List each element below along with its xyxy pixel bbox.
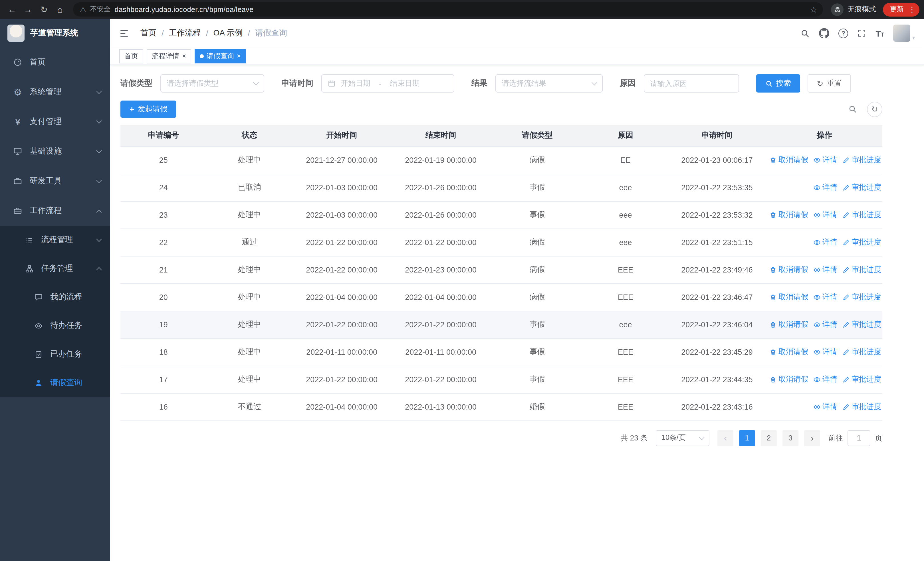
table-row: 25 处理中 2021-12-27 00:00:00 2022-01-19 00… bbox=[120, 146, 882, 174]
tab-process-detail[interactable]: 流程详情 × bbox=[147, 49, 191, 63]
detail-link[interactable]: 详情 bbox=[813, 319, 837, 329]
approval-progress-link[interactable]: 审批进度 bbox=[842, 155, 881, 165]
col-leave-type: 请假类型 bbox=[491, 125, 584, 146]
address-bar[interactable]: ⚠ 不安全 dashboard.yudao.iocoder.cn/bpm/oa/… bbox=[73, 2, 823, 17]
hamburger-icon[interactable] bbox=[119, 28, 129, 38]
sidebar-item-system[interactable]: ⚙ 系统管理 bbox=[0, 77, 110, 107]
detail-link[interactable]: 详情 bbox=[813, 155, 837, 165]
cancel-leave-link[interactable]: 取消请假 bbox=[770, 347, 808, 357]
cell-status: 处理中 bbox=[207, 283, 293, 311]
page-size-select[interactable]: 10条/页 bbox=[656, 430, 710, 446]
sidebar-item-infrastructure[interactable]: 基础设施 bbox=[0, 137, 110, 166]
detail-link[interactable]: 详情 bbox=[813, 347, 837, 357]
breadcrumb: 首页 / 工作流程 / OA 示例 / 请假查询 bbox=[140, 28, 287, 38]
menu-label: 研发工具 bbox=[30, 176, 62, 186]
user-menu[interactable]: ▾ bbox=[894, 24, 915, 42]
breadcrumb-home[interactable]: 首页 bbox=[140, 28, 156, 38]
next-page-button[interactable]: › bbox=[804, 430, 820, 446]
sidebar-item-leave-query[interactable]: 请假查询 bbox=[0, 368, 110, 397]
table-row: 16 不通过 2022-01-04 00:00:00 2022-01-13 00… bbox=[120, 393, 882, 420]
col-reason: 原因 bbox=[584, 125, 668, 146]
create-leave-button[interactable]: + 发起请假 bbox=[120, 101, 176, 118]
page-button-1[interactable]: 1 bbox=[739, 430, 755, 446]
result-select[interactable]: 请选择流结果 bbox=[495, 74, 603, 93]
cell-apply-id: 17 bbox=[120, 365, 207, 393]
reason-input[interactable] bbox=[650, 79, 733, 88]
create-leave-label: 发起请假 bbox=[138, 104, 167, 114]
detail-link[interactable]: 详情 bbox=[813, 265, 837, 275]
reload-button[interactable]: ↻ bbox=[36, 2, 51, 17]
detail-link[interactable]: 详情 bbox=[813, 292, 837, 302]
font-size-icon[interactable]: TT bbox=[876, 28, 884, 38]
detail-link[interactable]: 详情 bbox=[813, 210, 837, 220]
page-button-3[interactable]: 3 bbox=[783, 430, 798, 446]
detail-link[interactable]: 详情 bbox=[813, 182, 837, 193]
sidebar-item-todo-tasks[interactable]: 待办任务 bbox=[0, 311, 110, 340]
leave-type-select[interactable]: 请选择请假类型 bbox=[160, 74, 264, 93]
tab-leave-query[interactable]: 请假查询 × bbox=[195, 49, 246, 63]
approval-progress-link[interactable]: 审批进度 bbox=[842, 210, 881, 220]
tab-home[interactable]: 首页 bbox=[119, 49, 143, 63]
reset-button[interactable]: ↻ 重置 bbox=[808, 74, 850, 93]
sidebar-item-payment[interactable]: ¥ 支付管理 bbox=[0, 107, 110, 137]
leave-type-label: 请假类型 bbox=[120, 78, 152, 89]
sidebar-item-home[interactable]: 首页 bbox=[0, 47, 110, 77]
cancel-leave-link[interactable]: 取消请假 bbox=[770, 374, 808, 385]
cancel-leave-label: 取消请假 bbox=[778, 374, 808, 385]
breadcrumb-workflow[interactable]: 工作流程 bbox=[169, 28, 201, 38]
chevron-down-icon bbox=[96, 148, 102, 153]
approval-progress-link[interactable]: 审批进度 bbox=[842, 182, 881, 193]
approval-progress-link[interactable]: 审批进度 bbox=[842, 402, 881, 412]
breadcrumb-oa-example[interactable]: OA 示例 bbox=[213, 28, 243, 38]
approval-progress-link[interactable]: 审批进度 bbox=[842, 347, 881, 357]
sidebar-item-workflow[interactable]: 工作流程 bbox=[0, 196, 110, 226]
menu-label: 待办任务 bbox=[50, 320, 82, 331]
cell-apply-time: 2022-01-23 00:06:17 bbox=[668, 146, 766, 174]
refresh-table-icon[interactable]: ↻ bbox=[867, 101, 882, 117]
browser-menu-icon[interactable]: ⋮ bbox=[908, 5, 916, 14]
sidebar-item-my-process[interactable]: 我的流程 bbox=[0, 283, 110, 311]
forward-button[interactable]: → bbox=[21, 2, 35, 17]
cancel-leave-link[interactable]: 取消请假 bbox=[770, 210, 808, 220]
sidebar-item-dev-tools[interactable]: 研发工具 bbox=[0, 166, 110, 196]
table-row: 20 处理中 2022-01-04 00:00:00 2022-01-04 00… bbox=[120, 283, 882, 311]
select-placeholder: 请选择流结果 bbox=[502, 78, 546, 89]
approval-progress-link[interactable]: 审批进度 bbox=[842, 374, 881, 385]
toggle-search-icon[interactable] bbox=[848, 105, 857, 114]
approval-progress-link[interactable]: 审批进度 bbox=[842, 237, 881, 247]
approval-progress-link[interactable]: 审批进度 bbox=[842, 292, 881, 302]
page-button-2[interactable]: 2 bbox=[761, 430, 777, 446]
font-size-large-glyph: T bbox=[876, 28, 880, 38]
detail-link[interactable]: 详情 bbox=[813, 374, 837, 385]
header-search-icon[interactable] bbox=[800, 28, 810, 38]
prev-page-button[interactable]: ‹ bbox=[717, 430, 734, 446]
update-button[interactable]: 更新 ⋮ bbox=[883, 3, 920, 16]
bookmark-star-icon[interactable]: ☆ bbox=[810, 5, 817, 14]
approval-progress-link[interactable]: 审批进度 bbox=[842, 265, 881, 275]
close-icon[interactable]: × bbox=[237, 52, 241, 60]
back-button[interactable]: ← bbox=[4, 2, 20, 17]
goto-page-input[interactable] bbox=[848, 430, 870, 446]
cancel-leave-link[interactable]: 取消请假 bbox=[770, 319, 808, 329]
sidebar-item-task-management[interactable]: 任务管理 bbox=[0, 254, 110, 283]
cancel-leave-link[interactable]: 取消请假 bbox=[770, 292, 808, 302]
apply-time-range-picker[interactable]: 开始日期 - 结束日期 bbox=[321, 74, 454, 93]
leave-table: 申请编号 状态 开始时间 结束时间 请假类型 原因 申请时间 操作 25 bbox=[120, 125, 882, 421]
detail-link[interactable]: 详情 bbox=[813, 237, 837, 247]
cell-operations: 取消请假 详情 审批进度 bbox=[766, 201, 882, 229]
approval-progress-link[interactable]: 审批进度 bbox=[842, 319, 881, 329]
sidebar-item-done-tasks[interactable]: 已办任务 bbox=[0, 340, 110, 368]
cancel-leave-link[interactable]: 取消请假 bbox=[770, 155, 808, 165]
close-icon[interactable]: × bbox=[182, 52, 186, 60]
search-button[interactable]: 搜索 bbox=[756, 74, 800, 93]
home-button[interactable]: ⌂ bbox=[52, 2, 68, 17]
help-icon[interactable]: ? bbox=[838, 28, 848, 38]
detail-link[interactable]: 详情 bbox=[813, 402, 837, 412]
sidebar-item-process-management[interactable]: 流程管理 bbox=[0, 226, 110, 254]
github-icon[interactable] bbox=[819, 28, 829, 38]
cancel-leave-link[interactable]: 取消请假 bbox=[770, 265, 808, 275]
cell-apply-id: 21 bbox=[120, 256, 207, 283]
cell-start-time: 2022-01-04 00:00:00 bbox=[292, 283, 391, 311]
caret-down-icon: ▾ bbox=[912, 35, 915, 41]
fullscreen-icon[interactable] bbox=[857, 29, 866, 38]
